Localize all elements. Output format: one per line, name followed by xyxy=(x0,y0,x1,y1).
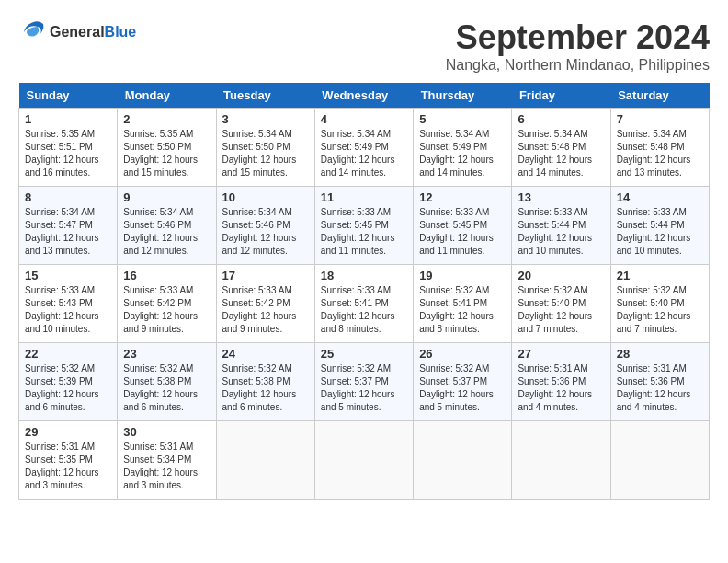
day-info: Sunrise: 5:34 AM Sunset: 5:47 PM Dayligh… xyxy=(25,206,111,258)
calendar-cell: 19Sunrise: 5:32 AM Sunset: 5:41 PM Dayli… xyxy=(414,265,512,343)
logo: GeneralBlue xyxy=(18,18,136,46)
day-number: 10 xyxy=(222,190,309,204)
day-number: 24 xyxy=(222,347,309,361)
col-thursday: Thursday xyxy=(414,83,512,109)
day-number: 8 xyxy=(25,190,111,204)
day-number: 6 xyxy=(518,112,604,126)
day-number: 11 xyxy=(321,190,407,204)
day-number: 27 xyxy=(518,347,604,361)
calendar-cell: 22Sunrise: 5:32 AM Sunset: 5:39 PM Dayli… xyxy=(19,343,118,421)
calendar-cell: 6Sunrise: 5:34 AM Sunset: 5:48 PM Daylig… xyxy=(512,109,610,187)
day-info: Sunrise: 5:34 AM Sunset: 5:50 PM Dayligh… xyxy=(222,128,309,179)
calendar-cell: 27Sunrise: 5:31 AM Sunset: 5:36 PM Dayli… xyxy=(512,343,610,421)
calendar-cell: 4Sunrise: 5:34 AM Sunset: 5:49 PM Daylig… xyxy=(314,109,413,187)
day-number: 7 xyxy=(617,112,703,126)
logo-icon xyxy=(18,18,46,46)
calendar-cell: 23Sunrise: 5:32 AM Sunset: 5:38 PM Dayli… xyxy=(118,343,216,421)
day-info: Sunrise: 5:31 AM Sunset: 5:36 PM Dayligh… xyxy=(518,362,604,414)
day-info: Sunrise: 5:32 AM Sunset: 5:38 PM Dayligh… xyxy=(123,362,210,414)
calendar-cell xyxy=(314,421,413,500)
col-friday: Friday xyxy=(512,83,610,109)
page-header: GeneralBlue September 2024 Nangka, North… xyxy=(18,18,710,74)
calendar-cell: 13Sunrise: 5:33 AM Sunset: 5:44 PM Dayli… xyxy=(512,187,610,265)
day-number: 28 xyxy=(617,347,703,361)
location-subtitle: Nangka, Northern Mindanao, Philippines xyxy=(446,57,710,74)
month-title: September 2024 xyxy=(446,18,710,57)
day-info: Sunrise: 5:34 AM Sunset: 5:48 PM Dayligh… xyxy=(518,128,604,179)
calendar-cell: 2Sunrise: 5:35 AM Sunset: 5:50 PM Daylig… xyxy=(118,109,216,187)
day-number: 17 xyxy=(222,269,309,282)
calendar-cell: 24Sunrise: 5:32 AM Sunset: 5:38 PM Dayli… xyxy=(216,343,314,421)
calendar-cell xyxy=(512,421,610,500)
calendar-cell: 21Sunrise: 5:32 AM Sunset: 5:40 PM Dayli… xyxy=(610,265,709,343)
day-info: Sunrise: 5:35 AM Sunset: 5:51 PM Dayligh… xyxy=(25,128,111,179)
calendar-cell: 10Sunrise: 5:34 AM Sunset: 5:46 PM Dayli… xyxy=(216,187,314,265)
day-info: Sunrise: 5:34 AM Sunset: 5:46 PM Dayligh… xyxy=(123,206,210,258)
calendar-cell: 16Sunrise: 5:33 AM Sunset: 5:42 PM Dayli… xyxy=(118,265,216,343)
day-number: 3 xyxy=(222,112,309,126)
day-number: 12 xyxy=(419,190,506,204)
calendar-cell: 11Sunrise: 5:33 AM Sunset: 5:45 PM Dayli… xyxy=(314,187,413,265)
day-info: Sunrise: 5:35 AM Sunset: 5:50 PM Dayligh… xyxy=(123,128,210,179)
day-number: 16 xyxy=(123,269,210,282)
calendar-cell: 17Sunrise: 5:33 AM Sunset: 5:42 PM Dayli… xyxy=(216,265,314,343)
day-info: Sunrise: 5:33 AM Sunset: 5:42 PM Dayligh… xyxy=(222,284,309,336)
calendar-cell: 3Sunrise: 5:34 AM Sunset: 5:50 PM Daylig… xyxy=(216,109,314,187)
logo-text: GeneralBlue xyxy=(50,24,136,40)
day-info: Sunrise: 5:32 AM Sunset: 5:39 PM Dayligh… xyxy=(25,362,111,414)
day-info: Sunrise: 5:34 AM Sunset: 5:49 PM Dayligh… xyxy=(321,128,407,179)
calendar-cell: 30Sunrise: 5:31 AM Sunset: 5:34 PM Dayli… xyxy=(118,421,216,500)
day-info: Sunrise: 5:32 AM Sunset: 5:40 PM Dayligh… xyxy=(518,284,604,336)
day-number: 26 xyxy=(419,347,506,361)
calendar-cell: 1Sunrise: 5:35 AM Sunset: 5:51 PM Daylig… xyxy=(19,109,118,187)
calendar-cell xyxy=(610,421,709,500)
calendar-cell: 25Sunrise: 5:32 AM Sunset: 5:37 PM Dayli… xyxy=(314,343,413,421)
calendar-cell: 18Sunrise: 5:33 AM Sunset: 5:41 PM Dayli… xyxy=(314,265,413,343)
calendar-cell: 14Sunrise: 5:33 AM Sunset: 5:44 PM Dayli… xyxy=(610,187,709,265)
week-row-5: 29Sunrise: 5:31 AM Sunset: 5:35 PM Dayli… xyxy=(19,421,710,500)
calendar-cell: 5Sunrise: 5:34 AM Sunset: 5:49 PM Daylig… xyxy=(414,109,512,187)
day-info: Sunrise: 5:33 AM Sunset: 5:44 PM Dayligh… xyxy=(617,206,703,258)
day-number: 2 xyxy=(123,112,210,126)
day-info: Sunrise: 5:33 AM Sunset: 5:43 PM Dayligh… xyxy=(25,284,111,336)
day-number: 22 xyxy=(25,347,111,361)
calendar-cell: 8Sunrise: 5:34 AM Sunset: 5:47 PM Daylig… xyxy=(19,187,118,265)
day-number: 25 xyxy=(321,347,407,361)
day-info: Sunrise: 5:33 AM Sunset: 5:45 PM Dayligh… xyxy=(321,206,407,258)
day-number: 1 xyxy=(25,112,111,126)
day-info: Sunrise: 5:32 AM Sunset: 5:41 PM Dayligh… xyxy=(419,284,506,336)
day-info: Sunrise: 5:33 AM Sunset: 5:45 PM Dayligh… xyxy=(419,206,506,258)
day-info: Sunrise: 5:31 AM Sunset: 5:36 PM Dayligh… xyxy=(617,362,703,414)
day-number: 15 xyxy=(25,269,111,282)
day-number: 19 xyxy=(419,269,506,282)
calendar-cell: 26Sunrise: 5:32 AM Sunset: 5:37 PM Dayli… xyxy=(414,343,512,421)
day-info: Sunrise: 5:34 AM Sunset: 5:49 PM Dayligh… xyxy=(419,128,506,179)
day-info: Sunrise: 5:34 AM Sunset: 5:48 PM Dayligh… xyxy=(617,128,703,179)
week-row-3: 15Sunrise: 5:33 AM Sunset: 5:43 PM Dayli… xyxy=(19,265,710,343)
col-monday: Monday xyxy=(118,83,216,109)
day-info: Sunrise: 5:33 AM Sunset: 5:44 PM Dayligh… xyxy=(518,206,604,258)
day-number: 13 xyxy=(518,190,604,204)
day-info: Sunrise: 5:34 AM Sunset: 5:46 PM Dayligh… xyxy=(222,206,309,258)
calendar-cell: 28Sunrise: 5:31 AM Sunset: 5:36 PM Dayli… xyxy=(610,343,709,421)
title-block: September 2024 Nangka, Northern Mindanao… xyxy=(446,18,710,74)
day-number: 14 xyxy=(617,190,703,204)
day-number: 21 xyxy=(617,269,703,282)
week-row-2: 8Sunrise: 5:34 AM Sunset: 5:47 PM Daylig… xyxy=(19,187,710,265)
col-sunday: Sunday xyxy=(19,83,118,109)
day-number: 23 xyxy=(123,347,210,361)
calendar-cell: 15Sunrise: 5:33 AM Sunset: 5:43 PM Dayli… xyxy=(19,265,118,343)
week-row-1: 1Sunrise: 5:35 AM Sunset: 5:51 PM Daylig… xyxy=(19,109,710,187)
day-info: Sunrise: 5:32 AM Sunset: 5:37 PM Dayligh… xyxy=(419,362,506,414)
calendar-cell xyxy=(414,421,512,500)
calendar-cell: 7Sunrise: 5:34 AM Sunset: 5:48 PM Daylig… xyxy=(610,109,709,187)
calendar-cell: 29Sunrise: 5:31 AM Sunset: 5:35 PM Dayli… xyxy=(19,421,118,500)
calendar-table: Sunday Monday Tuesday Wednesday Thursday… xyxy=(18,83,710,500)
day-info: Sunrise: 5:31 AM Sunset: 5:35 PM Dayligh… xyxy=(25,441,111,492)
calendar-cell: 12Sunrise: 5:33 AM Sunset: 5:45 PM Dayli… xyxy=(414,187,512,265)
day-info: Sunrise: 5:32 AM Sunset: 5:37 PM Dayligh… xyxy=(321,362,407,414)
day-info: Sunrise: 5:33 AM Sunset: 5:42 PM Dayligh… xyxy=(123,284,210,336)
day-number: 4 xyxy=(321,112,407,126)
header-row: Sunday Monday Tuesday Wednesday Thursday… xyxy=(19,83,710,109)
week-row-4: 22Sunrise: 5:32 AM Sunset: 5:39 PM Dayli… xyxy=(19,343,710,421)
